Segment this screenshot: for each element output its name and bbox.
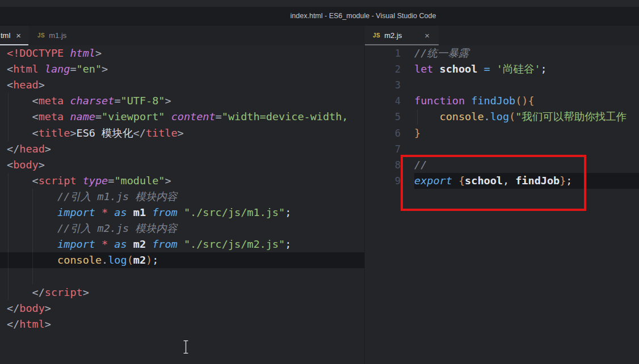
- code-token: html: [19, 318, 45, 330]
- code-token: '尚硅谷': [490, 63, 541, 75]
- code-line[interactable]: </script>: [0, 285, 364, 300]
- javascript-file-icon: JS: [373, 32, 380, 39]
- code-token: "viewport": [102, 111, 165, 122]
- code-line[interactable]: //引入 m2.js 模块内容: [0, 221, 364, 236]
- code-line[interactable]: import * as m1 from "./src/js/m1.js";: [0, 205, 364, 221]
- code-token: ES6 模块化: [77, 127, 133, 139]
- code-token: ;: [285, 206, 291, 218]
- code-token: let: [414, 63, 433, 75]
- code-token: head: [19, 143, 45, 155]
- code-token: function: [414, 95, 465, 107]
- code-line[interactable]: function findJob(){: [414, 93, 639, 109]
- code-line[interactable]: console.log("我们可以帮助你找工作: [414, 109, 639, 125]
- tab-index-html[interactable]: tml ×: [0, 26, 28, 45]
- line-number: 9: [365, 173, 401, 189]
- code-token: export: [414, 175, 452, 187]
- tab-label: m1.js: [49, 31, 66, 40]
- code-token: //: [414, 159, 427, 171]
- code-token: ,: [503, 175, 509, 187]
- code-line[interactable]: import * as m2 from "./src/js/m2.js";: [0, 236, 364, 252]
- code-line[interactable]: <body>: [0, 157, 364, 173]
- code-token: <: [7, 127, 39, 139]
- code-line[interactable]: }: [414, 125, 639, 141]
- code-line[interactable]: [414, 77, 639, 93]
- code-token: <: [7, 175, 39, 187]
- code-token: from: [146, 238, 178, 250]
- code-token: </: [7, 143, 19, 155]
- code-token: =: [216, 111, 222, 122]
- code-token: <: [7, 63, 13, 75]
- indent-guide: [32, 189, 33, 284]
- code-line[interactable]: <script type="module">: [0, 173, 364, 189]
- code-token: <: [7, 79, 13, 91]
- code-token: >: [45, 143, 51, 155]
- code-line[interactable]: </html>: [0, 316, 364, 332]
- close-icon[interactable]: ×: [424, 31, 430, 40]
- tab-m1-js[interactable]: JS m1.js: [30, 26, 78, 45]
- tab-label: m2.js: [384, 31, 402, 40]
- vscode-window: index.html - ES6_module - Visual Studio …: [0, 0, 639, 364]
- close-icon[interactable]: ×: [16, 31, 21, 40]
- right_group-code[interactable]: //统一暴露let school = '尚硅谷';function findJo…: [414, 45, 639, 364]
- code-line[interactable]: <title>ES6 模块化</title>: [0, 125, 364, 141]
- code-token: ;: [541, 63, 547, 75]
- code-token: import: [57, 238, 95, 250]
- code-token: .: [484, 111, 490, 122]
- code-token: log: [108, 254, 127, 266]
- code-token: "width=device-width,: [222, 111, 348, 122]
- code-line[interactable]: [414, 141, 639, 157]
- code-token: >: [165, 175, 171, 187]
- code-line[interactable]: //统一暴露: [414, 45, 639, 61]
- code-token: (: [127, 254, 133, 266]
- indent-guide: [8, 173, 9, 300]
- code-token: >: [70, 127, 76, 139]
- code-line[interactable]: <head>: [0, 77, 364, 93]
- code-token: ;: [566, 175, 572, 187]
- text-cursor-pointer: [182, 340, 190, 354]
- code-token: m2: [127, 238, 146, 250]
- code-token: </: [7, 302, 19, 314]
- indent-guide: [8, 93, 9, 141]
- code-token: type: [77, 175, 108, 187]
- code-token: lang: [39, 63, 70, 75]
- code-token: meta: [39, 111, 64, 122]
- code-line[interactable]: //: [414, 157, 639, 173]
- code-token: "en": [77, 63, 102, 75]
- line-number: 6: [365, 125, 401, 141]
- indent-guide: [417, 109, 418, 125]
- code-token: <: [7, 111, 39, 122]
- code-token: html: [13, 63, 39, 75]
- javascript-file-icon: JS: [37, 32, 45, 39]
- code-token: as: [108, 206, 127, 218]
- code-line[interactable]: [0, 268, 364, 284]
- code-token: school: [465, 175, 503, 187]
- code-line[interactable]: <!DOCTYPE html>: [0, 45, 364, 61]
- code-token: console: [440, 111, 484, 122]
- code-token: }: [414, 127, 421, 139]
- code-token: *: [95, 238, 108, 250]
- code-line[interactable]: <meta charset="UTF-8">: [0, 93, 364, 109]
- code-token: html: [70, 47, 95, 59]
- code-token: title: [146, 127, 178, 139]
- code-token: =: [477, 63, 490, 75]
- code-line[interactable]: </body>: [0, 300, 364, 316]
- code-token: "./src/js/m1.js": [178, 206, 285, 218]
- code-line[interactable]: <html lang="en">: [0, 61, 364, 77]
- code-token: content: [165, 111, 216, 122]
- code-token: name: [64, 111, 95, 122]
- code-line[interactable]: //引入 m1.js 模块内容: [0, 189, 364, 205]
- code-line[interactable]: let school = '尚硅谷';: [414, 61, 639, 77]
- window-top-strip: [0, 0, 639, 7]
- code-token: =: [114, 95, 120, 107]
- code-token: >: [178, 127, 184, 139]
- code-token: <: [7, 159, 13, 171]
- code-token: body: [19, 302, 45, 314]
- code-line[interactable]: </head>: [0, 141, 364, 157]
- line-number: 4: [365, 93, 401, 109]
- code-line[interactable]: export {school, findJob};: [414, 173, 639, 189]
- code-line[interactable]: console.log(m2);: [0, 252, 364, 268]
- code-line[interactable]: <meta name="viewport" content="width=dev…: [0, 109, 364, 125]
- code-token: .: [102, 254, 108, 266]
- left_group-code[interactable]: <!DOCTYPE html><html lang="en"><head> <m…: [0, 45, 364, 364]
- tab-m2-js[interactable]: JS m2.js ×: [365, 26, 439, 45]
